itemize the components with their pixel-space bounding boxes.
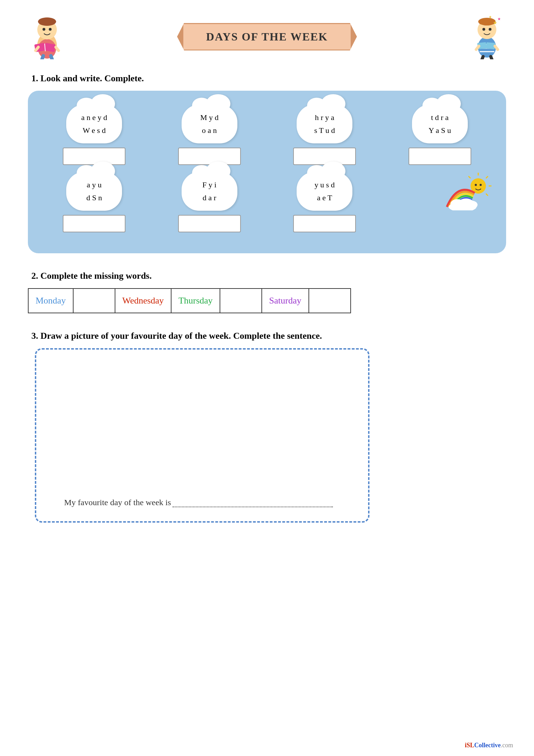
clouds-row2: a y ud S n F y id a r y u s da e T xyxy=(42,172,492,232)
svg-line-28 xyxy=(481,57,483,59)
cloud-7: y u s da e T xyxy=(297,172,352,211)
cloud-1-text: a n e y dW e s d xyxy=(81,111,107,137)
cloud-3-text: h r y as T u d xyxy=(314,111,335,137)
section3-label: 3. Draw a picture of your favourite day … xyxy=(31,331,506,341)
svg-line-34 xyxy=(486,194,488,196)
cloud-item-6: F y id a r xyxy=(157,172,262,232)
draw-box[interactable]: My favourite day of the week is xyxy=(35,348,369,523)
svg-point-19 xyxy=(482,28,485,31)
exercise1-box: a n e y dW e s d M y do a n h r y as T u… xyxy=(28,91,506,253)
cloud-7-text: y u s da e T xyxy=(314,178,335,204)
answer-box-7[interactable] xyxy=(293,215,356,232)
cloud-4: t d r aY a S u xyxy=(412,105,468,143)
cloud-2-text: M y do a n xyxy=(200,111,219,137)
day-wednesday: Wednesday xyxy=(115,289,171,313)
day-sunday-empty[interactable] xyxy=(309,289,351,313)
clouds-row1: a n e y dW e s d M y do a n h r y as T u… xyxy=(42,105,492,165)
svg-text:★: ★ xyxy=(489,15,492,19)
cloud-item-3: h r y as T u d xyxy=(272,105,377,165)
days-row: Monday Wednesday Thursday Saturday xyxy=(28,289,351,313)
svg-line-12 xyxy=(51,56,53,59)
cloud-6-text: F y id a r xyxy=(203,178,216,204)
svg-point-36 xyxy=(475,184,477,186)
day-tuesday-empty[interactable] xyxy=(73,289,115,313)
exercise3-section: 3. Draw a picture of your favourite day … xyxy=(28,331,506,523)
svg-point-4 xyxy=(43,28,45,31)
mascot-right-icon: ★ ★ ★ xyxy=(468,14,506,59)
cloud-4-text: t d r aY a S u xyxy=(428,111,451,137)
svg-text:★: ★ xyxy=(493,20,497,25)
answer-box-4[interactable] xyxy=(409,148,471,165)
cloud-5: a y ud S n xyxy=(66,172,122,211)
page-header: DAYS OF THE WEEK ★ ★ ★ xyxy=(28,14,506,59)
cloud-item-1: a n e y dW e s d xyxy=(42,105,147,165)
cloud-6: F y id a r xyxy=(182,172,237,211)
cloud-item-5: a y ud S n xyxy=(42,172,147,232)
cloud-2: M y do a n xyxy=(182,105,237,143)
cloud-item-7: y u s da e T xyxy=(272,172,377,232)
day-saturday: Saturday xyxy=(262,289,308,313)
days-table: Monday Wednesday Thursday Saturday xyxy=(28,288,351,313)
svg-point-41 xyxy=(465,201,478,209)
rainbow-sun-icon xyxy=(443,172,492,210)
favourite-sentence: My favourite day of the week is xyxy=(64,498,333,507)
svg-point-20 xyxy=(489,28,491,31)
page-title: DAYS OF THE WEEK xyxy=(177,23,357,51)
svg-text:★: ★ xyxy=(497,17,501,21)
mascot-left-icon xyxy=(28,14,66,59)
day-friday-empty[interactable] xyxy=(220,289,262,313)
svg-point-3 xyxy=(38,17,56,26)
section1-label: 1. Look and write. Complete. xyxy=(31,73,506,84)
cloud-item-2: M y do a n xyxy=(157,105,262,165)
section2-label: 2. Complete the missing words. xyxy=(31,271,506,281)
svg-point-37 xyxy=(480,184,482,186)
answer-box-1[interactable] xyxy=(63,148,125,165)
answer-box-6[interactable] xyxy=(178,215,241,232)
svg-line-35 xyxy=(468,176,471,178)
watermark: iSLCollective.com xyxy=(465,742,513,749)
svg-line-10 xyxy=(56,47,59,51)
svg-line-32 xyxy=(486,176,488,178)
cloud-3: h r y as T u d xyxy=(297,105,352,143)
title-banner: DAYS OF THE WEEK xyxy=(66,23,468,51)
cloud-1: a n e y dW e s d xyxy=(66,105,122,143)
cloud-5-text: a y ud S n xyxy=(86,178,102,204)
svg-line-11 xyxy=(41,56,43,59)
answer-box-3[interactable] xyxy=(293,148,356,165)
answer-box-2[interactable] xyxy=(178,148,241,165)
answer-box-5[interactable] xyxy=(63,215,125,232)
svg-point-5 xyxy=(49,28,52,31)
exercise2-section: 2. Complete the missing words. Monday We… xyxy=(28,271,506,313)
cloud-item-4: t d r aY a S u xyxy=(388,105,493,165)
day-monday: Monday xyxy=(28,289,73,313)
svg-line-29 xyxy=(491,57,493,59)
day-thursday: Thursday xyxy=(171,289,220,313)
